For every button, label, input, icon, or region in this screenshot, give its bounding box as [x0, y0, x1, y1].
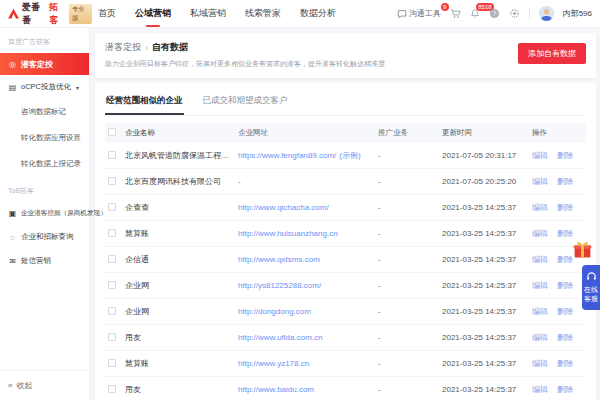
row-checkbox[interactable]	[108, 307, 116, 315]
delete-link[interactable]: 删除	[557, 228, 573, 239]
help-button[interactable]: ?	[489, 8, 500, 19]
notifications-button[interactable]: 8518	[470, 8, 480, 19]
table-row: 用友 http://www.ufida.com.cn - 2021-03-25 …	[105, 325, 586, 351]
sidebar-item-targeting[interactable]: ◎ 潜客定投	[0, 53, 89, 75]
updated-time: 2021-03-25 14:25:37	[442, 307, 532, 316]
delete-link[interactable]: 删除	[557, 254, 573, 265]
edit-link[interactable]: 编辑	[532, 176, 548, 187]
breadcrumb-parent[interactable]: 潜客定投	[105, 41, 141, 54]
edit-link[interactable]: 编辑	[532, 280, 548, 291]
table-header-row: 企业名称 企业网址 推广业务 更新时间 操作	[105, 123, 586, 143]
chat-tool-button[interactable]: 沟通工具 9	[397, 8, 441, 19]
sidebar-item-company-mining[interactable]: ▣ 企业潜客挖掘（原商机发现）	[0, 202, 89, 225]
header-updated-time: 更新时间	[442, 128, 532, 138]
nav-home[interactable]: 首页	[98, 0, 116, 29]
company-name: 用友	[125, 332, 238, 343]
delete-link[interactable]: 删除	[557, 306, 573, 317]
delete-link[interactable]: 删除	[557, 384, 573, 395]
delete-link[interactable]: 删除	[557, 150, 573, 161]
promo-business: -	[378, 281, 442, 290]
company-url-link[interactable]: http://www.qichacha.com/	[238, 203, 329, 212]
company-url-link[interactable]: http://ys81225288.com/	[238, 281, 321, 290]
edit-link[interactable]: 编辑	[532, 228, 548, 239]
edit-link[interactable]: 编辑	[532, 306, 548, 317]
headset-icon	[586, 271, 597, 282]
table-tabs: 经营范围相似的企业 已成交和期望成交客户	[105, 83, 586, 116]
company-name: 北京风帆管道防腐保温工程有限公司	[125, 150, 238, 161]
sidebar-item-consult-data-mark[interactable]: 咨询数据标记	[0, 99, 89, 125]
updated-time: 2021-03-25 14:25:37	[442, 203, 532, 212]
cart-button[interactable]	[450, 8, 461, 19]
company-url-link[interactable]: http://www.yz178.cn	[238, 359, 309, 368]
company-url-link[interactable]: http://www.huisuanzhang.cn	[238, 229, 338, 238]
row-checkbox[interactable]	[108, 177, 116, 185]
cart-icon	[450, 8, 461, 19]
edit-link[interactable]: 编辑	[532, 384, 548, 395]
delete-link[interactable]: 删除	[557, 358, 573, 369]
target-icon: ◎	[8, 60, 17, 69]
edit-link[interactable]: 编辑	[532, 332, 548, 343]
table-row: 慧算账 http://www.huisuanzhang.cn - 2021-03…	[105, 221, 586, 247]
building-icon: ▣	[8, 209, 17, 218]
topbar-right-cluster: 沟通工具 9 8518 ? 内部596	[397, 6, 600, 21]
header-promo-business: 推广业务	[378, 128, 442, 138]
table-row: 慧算账 http://www.yz178.cn - 2021-03-25 14:…	[105, 351, 586, 377]
chat-badge: 9	[441, 3, 449, 11]
delete-link[interactable]: 删除	[557, 176, 573, 187]
edit-link[interactable]: 编辑	[532, 202, 548, 213]
logo-product-text: 拓客	[49, 1, 66, 27]
company-name: 北京百度网讯科技有限公司	[125, 176, 238, 187]
edit-link[interactable]: 编辑	[532, 358, 548, 369]
company-url-link[interactable]: https://www.fengfan89.com/	[238, 151, 336, 160]
row-checkbox[interactable]	[108, 333, 116, 341]
row-checkbox[interactable]	[108, 203, 116, 211]
online-service-widget[interactable]: 在线客服	[582, 265, 600, 310]
edit-link[interactable]: 编辑	[532, 150, 548, 161]
nav-data-analysis[interactable]: 数据分析	[300, 0, 336, 29]
settings-button[interactable]	[509, 8, 520, 19]
company-name: 企业网	[125, 280, 238, 291]
company-url-link[interactable]: http://www.qxtsms.com	[238, 255, 320, 264]
envelope-icon: ✉	[8, 257, 17, 266]
chevron-down-icon: ▾	[76, 84, 79, 91]
nav-private-marketing[interactable]: 私域营销	[190, 0, 226, 29]
tab-closed-customers[interactable]: 已成交和期望成交客户	[202, 88, 289, 115]
promo-business: -	[378, 385, 442, 394]
add-own-data-button[interactable]: 添加自有数据	[518, 43, 586, 64]
chat-bubble-icon	[397, 9, 407, 19]
select-all-checkbox[interactable]	[108, 128, 116, 136]
gear-icon	[509, 8, 520, 19]
username-label: 内部596	[563, 8, 592, 19]
sidebar-collapse-button[interactable]: « 收起	[0, 370, 89, 400]
tab-similar-companies[interactable]: 经营范围相似的企业	[105, 88, 184, 115]
promo-gift-button[interactable]	[572, 239, 593, 262]
company-url-link[interactable]: http://www.ufida.com.cn	[238, 333, 322, 342]
sidebar-item-conversion-apply[interactable]: 转化数据应用设置	[0, 125, 89, 151]
collapse-arrow-icon: «	[8, 381, 12, 390]
nav-public-marketing[interactable]: 公域营销	[135, 0, 171, 29]
sidebar-item-sms-marketing[interactable]: ✉ 短信营销	[0, 249, 89, 273]
company-url-link[interactable]: http://dongdong.com	[238, 307, 311, 316]
nav-lead-manager[interactable]: 线索管家	[245, 0, 281, 29]
promo-business: -	[378, 359, 442, 368]
app-logo[interactable]: 爱番番 拓客 专业版	[0, 1, 92, 27]
delete-link[interactable]: 删除	[557, 202, 573, 213]
pro-version-badge: 专业版	[69, 4, 92, 24]
user-avatar[interactable]	[539, 6, 554, 21]
collapse-label: 收起	[16, 380, 32, 391]
sidebar-item-conversion-report[interactable]: 转化数据上报记录	[0, 151, 89, 177]
row-checkbox[interactable]	[108, 281, 116, 289]
sidebar-item-ocpc-group[interactable]: ▤ oCPC投放优化 ▾	[0, 75, 89, 99]
row-checkbox[interactable]	[108, 151, 116, 159]
edit-link[interactable]: 编辑	[532, 254, 548, 265]
row-checkbox[interactable]	[108, 255, 116, 263]
search-icon: ◌	[8, 233, 17, 242]
row-checkbox[interactable]	[108, 229, 116, 237]
row-checkbox[interactable]	[108, 385, 116, 393]
table-row: 企信通 http://www.qxtsms.com - 2021-03-25 1…	[105, 247, 586, 273]
company-url-link[interactable]: http://www.baidu.com	[238, 385, 314, 394]
row-checkbox[interactable]	[108, 359, 116, 367]
sidebar-item-bid-search[interactable]: ◌ 企业和招标查询	[0, 225, 89, 249]
delete-link[interactable]: 删除	[557, 332, 573, 343]
delete-link[interactable]: 删除	[557, 280, 573, 291]
